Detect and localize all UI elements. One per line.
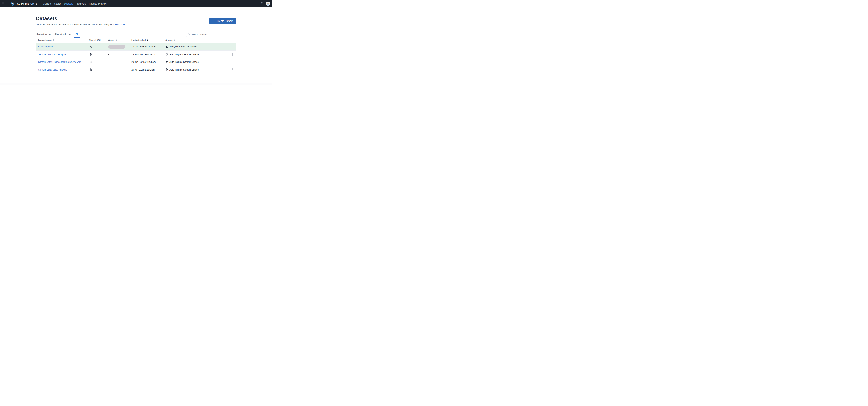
row-actions-cell bbox=[229, 60, 236, 64]
table-row[interactable]: Sample Data: Cost Analysis - 13 Nov 2024… bbox=[36, 51, 236, 58]
page-subtitle: List of all datasets accessible to you a… bbox=[36, 23, 125, 26]
kebab-menu-icon[interactable] bbox=[231, 68, 234, 71]
globe-icon bbox=[89, 61, 92, 63]
dataset-name-cell: Sample Data: Sales Analysis bbox=[36, 68, 89, 71]
sort-icon-active-desc[interactable] bbox=[147, 39, 148, 41]
nav-item-search[interactable]: Search bbox=[53, 0, 63, 7]
dataset-link[interactable]: Sample Data: Finance Month-end Analysis bbox=[38, 61, 81, 63]
dataset-name-cell: Office Supplies bbox=[36, 45, 89, 48]
owner-cell bbox=[108, 45, 131, 49]
page-header: Datasets List of all datasets accessible… bbox=[36, 16, 236, 26]
horizontal-scrollbar-track[interactable] bbox=[0, 83, 272, 85]
globe-icon bbox=[89, 53, 92, 56]
shared-with-cell bbox=[89, 45, 108, 48]
help-icon[interactable]: ? bbox=[260, 2, 264, 5]
page-title: Datasets bbox=[36, 16, 125, 21]
tab-all[interactable]: All bbox=[74, 32, 80, 37]
datasets-table: Dataset name Shared With Owner Last refr… bbox=[36, 38, 236, 74]
last-refreshed-cell: 20 Jun 2023 at 11:08am bbox=[131, 61, 165, 63]
column-header-owner[interactable]: Owner bbox=[108, 39, 131, 41]
brand-name: AUTO INSIGHTS bbox=[17, 3, 38, 5]
plus-square-icon bbox=[213, 20, 215, 22]
globe-icon bbox=[89, 68, 92, 71]
table-header-row: Dataset name Shared With Owner Last refr… bbox=[36, 38, 236, 43]
waffle-menu-icon[interactable] bbox=[2, 2, 5, 5]
learn-more-link[interactable]: Learn more bbox=[113, 23, 125, 26]
last-refreshed-cell: 13 Nov 2024 at 8:39pm bbox=[131, 53, 165, 56]
source-cell: Auto Insights-Sample Dataset bbox=[165, 53, 229, 56]
sort-icon[interactable] bbox=[174, 39, 175, 41]
analytics-cloud-icon bbox=[165, 45, 168, 48]
owner-redacted-pill bbox=[108, 45, 125, 49]
nav-item-playbooks[interactable]: Playbooks bbox=[74, 0, 88, 7]
tab-owned-by-me[interactable]: Owned by me bbox=[36, 32, 52, 37]
dataset-name-cell: Sample Data: Cost Analysis bbox=[36, 53, 89, 56]
column-header-dataset-name[interactable]: Dataset name bbox=[36, 39, 89, 41]
shared-with-cell bbox=[89, 61, 108, 63]
source-cell: Auto Insights-Sample Dataset bbox=[165, 61, 229, 63]
subtitle-text: List of all datasets accessible to you a… bbox=[36, 23, 113, 26]
toolbar: Owned by me Shared with me All bbox=[36, 32, 236, 38]
primary-nav: Missions Search Datasets Playbooks Repor… bbox=[41, 0, 108, 7]
column-header-shared-with: Shared With bbox=[89, 39, 108, 41]
auto-insights-lightbulb-icon bbox=[165, 53, 168, 56]
dataset-tabs: Owned by me Shared with me All bbox=[36, 32, 80, 38]
owner-cell: - bbox=[108, 68, 131, 71]
dataset-link[interactable]: Office Supplies bbox=[38, 45, 53, 48]
svg-text:?: ? bbox=[261, 3, 262, 5]
kebab-menu-icon[interactable] bbox=[231, 60, 234, 64]
auto-insights-lightbulb-icon bbox=[165, 61, 168, 63]
lock-icon bbox=[89, 45, 92, 48]
source-label: Auto Insights-Sample Dataset bbox=[169, 53, 199, 56]
row-actions-cell bbox=[229, 45, 236, 49]
shared-with-cell bbox=[89, 68, 108, 71]
dataset-link[interactable]: Sample Data: Sales Analysis bbox=[38, 68, 67, 71]
auto-insights-lightbulb-icon bbox=[165, 68, 168, 71]
search-input[interactable] bbox=[191, 33, 235, 36]
create-dataset-label: Create Dataset bbox=[217, 20, 233, 22]
owner-cell: - bbox=[108, 53, 131, 56]
shared-with-cell bbox=[89, 53, 108, 56]
nav-item-missions[interactable]: Missions bbox=[41, 0, 53, 7]
sort-icon[interactable] bbox=[53, 39, 54, 41]
kebab-menu-icon[interactable] bbox=[231, 45, 234, 49]
sort-icon[interactable] bbox=[116, 39, 117, 41]
last-refreshed-cell: 20 Jun 2023 at 8:42am bbox=[131, 68, 165, 71]
create-dataset-button[interactable]: Create Dataset bbox=[209, 18, 236, 24]
table-row[interactable]: Office Supplies 10 Mar 2025 at 12:49pm bbox=[36, 43, 236, 51]
last-refreshed-cell: 10 Mar 2025 at 12:49pm bbox=[131, 45, 165, 48]
owner-cell: - bbox=[108, 61, 131, 63]
top-navbar: AUTO INSIGHTS Missions Search Datasets P… bbox=[0, 0, 272, 7]
title-block: Datasets List of all datasets accessible… bbox=[36, 16, 125, 26]
column-header-last-refreshed[interactable]: Last refreshed bbox=[131, 39, 165, 41]
user-avatar[interactable] bbox=[266, 2, 270, 6]
lightbulb-logo-icon bbox=[9, 2, 14, 6]
column-header-source[interactable]: Source bbox=[165, 39, 229, 41]
search-box[interactable] bbox=[186, 32, 236, 37]
source-label: Auto Insights-Sample Dataset bbox=[169, 61, 199, 63]
tab-shared-with-me[interactable]: Shared with me bbox=[54, 32, 72, 37]
row-actions-cell bbox=[229, 53, 236, 56]
table-row[interactable]: Sample Data: Finance Month-end Analysis … bbox=[36, 58, 236, 66]
row-actions-cell bbox=[229, 68, 236, 71]
dataset-link[interactable]: Sample Data: Cost Analysis bbox=[38, 53, 66, 56]
dataset-name-cell: Sample Data: Finance Month-end Analysis bbox=[36, 61, 89, 63]
source-label: Auto Insights-Sample Dataset bbox=[169, 68, 199, 71]
nav-item-datasets[interactable]: Datasets bbox=[63, 0, 74, 7]
table-row[interactable]: Sample Data: Sales Analysis - 20 Jun 202… bbox=[36, 66, 236, 74]
source-cell: Auto Insights-Sample Dataset bbox=[165, 68, 229, 71]
source-label: Analytics Cloud-File Upload bbox=[169, 45, 197, 48]
nav-item-reports-preview[interactable]: Reports (Preview) bbox=[88, 0, 108, 7]
source-cell: Analytics Cloud-File Upload bbox=[165, 45, 229, 48]
kebab-menu-icon[interactable] bbox=[231, 53, 234, 56]
search-icon bbox=[188, 33, 190, 36]
